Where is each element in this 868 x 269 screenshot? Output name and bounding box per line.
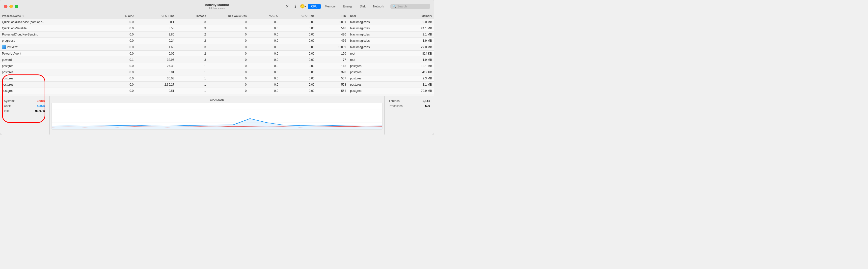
- cell-threads: 1: [176, 69, 208, 76]
- process-name: QuickLookUIService (com.app...: [2, 20, 44, 24]
- table-row[interactable]: ProtectedCloudKeySyncing0.03.86200.00.00…: [0, 31, 434, 38]
- table-row[interactable]: progressd0.00.24200.00.00456blackmagicde…: [0, 38, 434, 44]
- process-table-container[interactable]: Process Name ▼ % CPU CPU Time Threads Id…: [0, 13, 434, 96]
- cell-pid: 113: [316, 63, 348, 69]
- cell-gputime: 0.00: [280, 82, 316, 88]
- chart-area: CPU LOAD: [50, 96, 384, 134]
- cell-idlewake: 0: [208, 51, 249, 57]
- table-row[interactable]: PowerUIAgent0.00.09200.00.00150root824 K…: [0, 51, 434, 57]
- col-header-gpu[interactable]: % GPU: [249, 13, 280, 19]
- window-title: Activity Monitor: [205, 3, 229, 7]
- close-button[interactable]: [4, 5, 7, 8]
- cell-name: QuickLookUIService (com.app...: [0, 19, 100, 25]
- search-icon: 🔍: [392, 4, 396, 8]
- cell-cputime: 32.96: [136, 57, 176, 63]
- tab-cpu[interactable]: CPU: [308, 4, 321, 9]
- cell-cputime: 2:36.27: [136, 82, 176, 88]
- cell-user: postgres: [348, 82, 393, 88]
- table-row[interactable]: postgres0.02:36.27100.00.00558postgres1.…: [0, 82, 434, 88]
- table-row[interactable]: postgres0.00.51100.00.00554postgres79.9 …: [0, 88, 434, 94]
- col-header-pid[interactable]: PID: [316, 13, 348, 19]
- tab-memory[interactable]: Memory: [321, 4, 339, 9]
- table-row[interactable]: QuickLookSatellite0.08.53300.00.00516bla…: [0, 25, 434, 31]
- cell-memory: 2.1 MB: [393, 31, 434, 38]
- cell-user: root: [348, 51, 393, 57]
- col-header-user[interactable]: User: [348, 13, 393, 19]
- cell-idlewake: 0: [208, 31, 249, 38]
- cell-cpu: 0.0: [100, 38, 136, 44]
- title-section: Activity Monitor All Processes: [205, 3, 229, 10]
- col-header-cpu[interactable]: % CPU: [100, 13, 136, 19]
- cell-gputime: 0.00: [280, 63, 316, 69]
- cell-memory: 27.0 MB: [393, 44, 434, 51]
- process-name: postgres: [2, 77, 13, 80]
- cell-pid: 430: [316, 31, 348, 38]
- col-header-name[interactable]: Process Name ▼: [0, 13, 100, 19]
- tab-energy[interactable]: Energy: [340, 4, 356, 9]
- face-icon[interactable]: 🙂▾: [300, 3, 307, 10]
- cell-user: postgres: [348, 88, 393, 94]
- close-icon[interactable]: ✕: [284, 3, 291, 10]
- table-row[interactable]: postgres0.027.38100.00.00113postgres12.1…: [0, 63, 434, 69]
- cell-gpu: 0.0: [249, 19, 280, 25]
- cell-idlewake: 0: [208, 88, 249, 94]
- col-header-threads[interactable]: Threads: [176, 13, 208, 19]
- col-header-memory[interactable]: Memory: [393, 13, 434, 19]
- cell-idlewake: 0: [208, 69, 249, 76]
- process-name: powerd: [2, 58, 12, 61]
- search-input[interactable]: [397, 5, 428, 8]
- cell-idlewake: 0: [208, 38, 249, 44]
- chart-canvas: [52, 102, 382, 130]
- table-row[interactable]: Preview0.01.66300.00.0062039blackmagicde…: [0, 44, 434, 51]
- table-row[interactable]: postgres0.03.89100.00.00555postgres75.7 …: [0, 94, 434, 96]
- cell-cputime: 3.89: [136, 94, 176, 96]
- cell-idlewake: 0: [208, 44, 249, 51]
- cell-cpu: 0.0: [100, 69, 136, 76]
- col-header-gputime[interactable]: GPU Time: [280, 13, 316, 19]
- cell-user: postgres: [348, 63, 393, 69]
- cell-name: QuickLookSatellite: [0, 25, 100, 31]
- cell-cputime: 0.1: [136, 19, 176, 25]
- process-name: PowerUIAgent: [2, 52, 21, 55]
- cell-pid: 77: [316, 57, 348, 63]
- cell-cputime: 0.01: [136, 69, 176, 76]
- cell-idlewake: 0: [208, 94, 249, 96]
- cell-idlewake: 0: [208, 76, 249, 82]
- cell-threads: 3: [176, 25, 208, 31]
- col-header-cputime[interactable]: CPU Time: [136, 13, 176, 19]
- col-header-idlewake[interactable]: Idle Wake Ups: [208, 13, 249, 19]
- cell-cpu: 0.0: [100, 44, 136, 51]
- cell-memory: 24.1 MB: [393, 25, 434, 31]
- table-row[interactable]: powerd0.132.96300.00.0077root1.9 MB: [0, 57, 434, 63]
- stat-processes-value: 509: [425, 104, 430, 108]
- stat-user-label: User:: [4, 104, 11, 108]
- maximize-button[interactable]: [15, 5, 18, 8]
- cell-name: postgres: [0, 63, 100, 69]
- cell-threads: 1: [176, 94, 208, 96]
- cell-threads: 2: [176, 31, 208, 38]
- cell-cpu: 0.0: [100, 51, 136, 57]
- minimize-button[interactable]: [9, 5, 13, 8]
- tab-disk[interactable]: Disk: [356, 4, 369, 9]
- table-row[interactable]: postgres0.00.01100.00.00320postgres412 K…: [0, 69, 434, 76]
- table-row[interactable]: QuickLookUIService (com.app...0.00.1300.…: [0, 19, 434, 25]
- table-row[interactable]: postgres0.030.08100.00.00557postgres2.3 …: [0, 76, 434, 82]
- stat-system-label: System:: [4, 99, 14, 103]
- cell-pid: 558: [316, 82, 348, 88]
- search-box[interactable]: 🔍: [391, 4, 430, 9]
- cell-gputime: 0.00: [280, 44, 316, 51]
- process-name: progressd: [2, 39, 15, 43]
- cell-name: powerd: [0, 57, 100, 63]
- cell-user: postgres: [348, 94, 393, 96]
- cell-gputime: 0.00: [280, 25, 316, 31]
- cell-cputime: 8.53: [136, 25, 176, 31]
- info-icon[interactable]: ℹ: [292, 3, 299, 10]
- cell-name: progressd: [0, 38, 100, 44]
- process-name: ProtectedCloudKeySyncing: [2, 33, 38, 36]
- cell-idlewake: 0: [208, 19, 249, 25]
- cell-user: postgres: [348, 69, 393, 76]
- stat-processes: Processes: 509: [389, 104, 430, 108]
- stat-threads: Threads: 2,141: [389, 99, 430, 103]
- cell-name: postgres: [0, 88, 100, 94]
- tab-network[interactable]: Network: [370, 4, 388, 9]
